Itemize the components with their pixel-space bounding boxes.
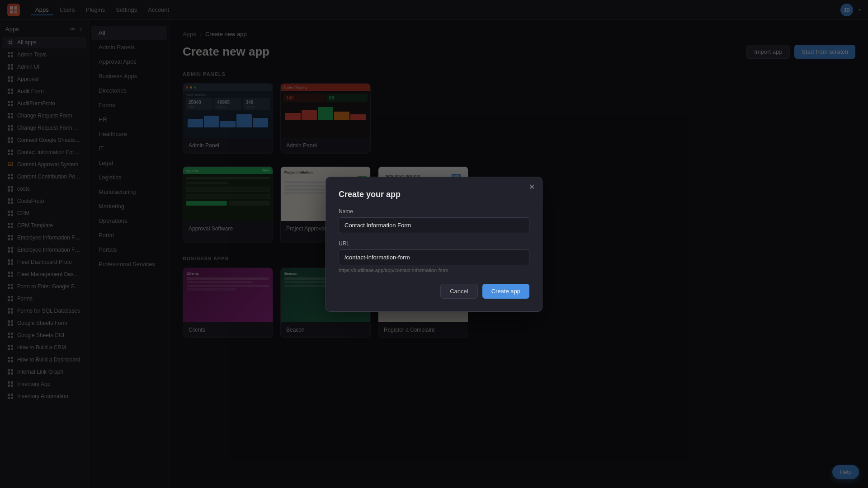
modal-overlay[interactable]: ✕ Create your app Name URL https://budib… — [0, 0, 868, 488]
modal-actions: Cancel Create app — [339, 284, 529, 299]
app-url-input[interactable] — [339, 249, 529, 265]
url-label: URL — [339, 240, 529, 247]
cancel-button[interactable]: Cancel — [440, 284, 477, 299]
create-app-modal: ✕ Create your app Name URL https://budib… — [326, 177, 542, 312]
create-app-button[interactable]: Create app — [482, 284, 529, 299]
modal-title: Create your app — [339, 190, 529, 199]
name-form-group: Name — [339, 208, 529, 233]
modal-close-button[interactable]: ✕ — [529, 183, 535, 191]
name-label: Name — [339, 208, 529, 215]
url-hint: https://budibase.app/app/contact-informa… — [339, 267, 529, 273]
url-form-group: URL https://budibase.app/app/contact-inf… — [339, 240, 529, 273]
app-name-input[interactable] — [339, 217, 529, 233]
